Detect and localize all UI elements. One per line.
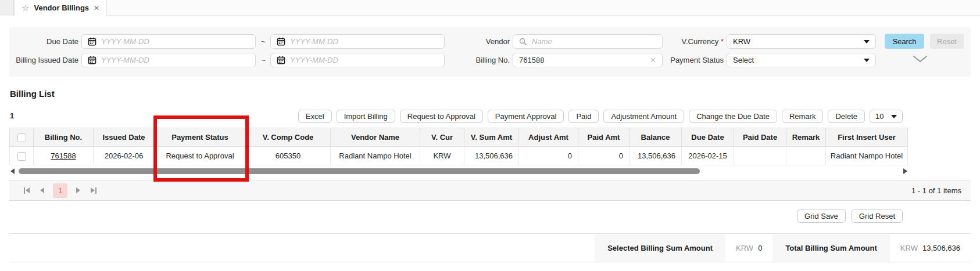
horizontal-scrollbar[interactable] (9, 167, 907, 176)
cell-paid-amt: 0 (578, 147, 630, 165)
select-all-checkbox[interactable] (17, 133, 26, 142)
billing-no-label: Billing No. (416, 53, 510, 67)
grid-save-button[interactable]: Grid Save (797, 209, 846, 223)
calendar-icon[interactable] (277, 56, 285, 64)
page-size-value: 10 (875, 112, 884, 121)
search-filter-panel: Due Date ~ Vendor V.Currency * KRW Searc… (9, 27, 971, 77)
col-header-billing-no[interactable]: Billing No. (34, 128, 94, 147)
total-sum-label: Total Billing Sum Amount (772, 234, 889, 262)
billing-issued-from-input[interactable] (81, 53, 256, 67)
v-currency-value: KRW (733, 37, 750, 46)
col-header-remark[interactable]: Remark (786, 128, 826, 147)
search-button[interactable]: Search (885, 34, 924, 49)
col-header-issued-date[interactable]: Issued Date (94, 128, 155, 147)
tab-title: Vendor Billings (34, 3, 89, 12)
calendar-icon[interactable] (277, 37, 285, 46)
pagination-range-text: 1 - 1 of 1 items (911, 186, 961, 195)
col-header-due-date[interactable]: Due Date (682, 128, 734, 147)
prev-page-button[interactable] (40, 187, 44, 193)
col-header-payment-status[interactable]: Payment Status (155, 128, 246, 147)
request-to-approval-button[interactable]: Request to Approval (400, 110, 483, 123)
caret-down-icon (891, 115, 897, 118)
paid-button[interactable]: Paid (568, 110, 599, 123)
first-page-button[interactable] (24, 187, 30, 194)
table-row[interactable]: 761588 2026-02-06 Request to Approval 60… (10, 147, 908, 165)
scroll-right-icon[interactable] (903, 168, 907, 174)
calendar-icon[interactable] (88, 37, 96, 46)
col-header-first-insert-user[interactable]: First Insert User (826, 128, 908, 147)
col-header-vendor-name[interactable]: Vendor Name (331, 128, 420, 147)
change-due-date-button[interactable]: Change the Due Date (689, 110, 777, 123)
col-header-paid-amt[interactable]: Paid Amt (578, 128, 630, 147)
remark-button[interactable]: Remark (782, 110, 824, 123)
delete-button[interactable]: Delete (828, 110, 865, 123)
cell-v-sum-amt: 13,506,636 (464, 147, 519, 165)
cell-paid-date (734, 147, 786, 165)
import-billing-button[interactable]: Import Billing (337, 110, 395, 123)
excel-button[interactable]: Excel (298, 110, 332, 123)
current-page[interactable]: 1 (53, 183, 67, 198)
cell-remark (786, 147, 826, 165)
page-size-select[interactable]: 10 (870, 110, 903, 123)
col-header-balance[interactable]: Balance (630, 128, 682, 147)
billing-summary-bar: Selected Billing Sum Amount KRW 0 Total … (9, 233, 971, 262)
total-sum-value: KRW 13,506,636 (890, 234, 971, 262)
payment-status-select[interactable]: Select (727, 53, 876, 67)
tab-bar: ☆ Vendor Billings ✕ (0, 0, 980, 16)
tab-vendor-billings[interactable]: ☆ Vendor Billings ✕ (14, 0, 107, 16)
grid-reset-button[interactable]: Grid Reset (852, 209, 903, 223)
adjustment-amount-button[interactable]: Adjustment Amount (603, 110, 684, 123)
due-date-label: Due Date (9, 34, 78, 49)
col-header-v-cur[interactable]: V. Cur (420, 128, 464, 147)
due-date-from-input[interactable] (81, 34, 256, 49)
billing-no-field[interactable] (519, 56, 645, 64)
col-header-v-comp-code[interactable]: V. Comp Code (246, 128, 331, 147)
record-count: 1 (10, 111, 14, 120)
vendor-label: Vendor (416, 34, 510, 49)
billing-list-title: Billing List (10, 89, 55, 99)
col-header-v-sum-amt[interactable]: V. Sum Amt (464, 128, 519, 147)
expand-filters-chevron-icon[interactable] (911, 55, 929, 63)
calendar-icon[interactable] (88, 56, 96, 64)
billing-issued-from-field[interactable] (101, 56, 249, 64)
caret-down-icon (864, 40, 870, 44)
selected-sum-value: KRW 0 (725, 234, 772, 262)
total-sum-currency: KRW (900, 244, 918, 252)
cell-due-date: 2026-02-15 (682, 147, 734, 165)
row-checkbox[interactable] (17, 152, 26, 161)
cell-adjust-amt: 0 (519, 147, 578, 165)
payment-approval-button[interactable]: Payment Approval (488, 110, 564, 123)
cell-payment-status: Request to Approval (155, 147, 246, 165)
favorite-star-icon[interactable]: ☆ (22, 3, 29, 12)
payment-status-value: Select (733, 56, 754, 64)
required-mark: * (721, 37, 724, 46)
cell-issued-date: 2026-02-06 (94, 147, 155, 165)
reset-button[interactable]: Reset (930, 34, 964, 49)
pagination-bar: 1 1 - 1 of 1 items (9, 180, 971, 201)
adjacent-tab-partial (0, 0, 14, 16)
grid-actions: Grid Save Grid Reset (797, 209, 903, 223)
next-page-button[interactable] (76, 187, 80, 193)
grid-toolbar: Excel Import Billing Request to Approval… (298, 110, 903, 123)
payment-status-label: Payment Status (631, 53, 724, 67)
col-header-select-all (10, 128, 34, 147)
due-date-from-field[interactable] (101, 37, 249, 46)
billing-no-link[interactable]: 761588 (51, 151, 76, 160)
v-currency-label: V.Currency * (631, 34, 724, 49)
tab-close-icon[interactable]: ✕ (94, 4, 99, 12)
col-header-paid-date[interactable]: Paid Date (734, 128, 786, 147)
cell-vendor-name: Radiant Nampo Hotel (331, 147, 420, 165)
col-header-adjust-amt[interactable]: Adjust Amt (519, 128, 578, 147)
selected-sum-label: Selected Billing Sum Amount (595, 234, 725, 262)
selected-sum-currency: KRW (736, 244, 753, 252)
date-range-separator: ~ (259, 53, 267, 67)
selected-sum-amount: 0 (758, 244, 762, 252)
last-page-button[interactable] (91, 187, 96, 194)
scroll-left-icon[interactable] (10, 168, 15, 174)
date-range-separator: ~ (259, 34, 267, 49)
billing-issued-date-label: Billing Issued Date (9, 53, 78, 67)
total-sum-amount: 13,506,636 (922, 244, 960, 252)
grid-header-row: Billing No. Issued Date Payment Status V… (10, 128, 908, 147)
v-currency-select[interactable]: KRW (727, 34, 876, 49)
scrollbar-thumb[interactable] (19, 168, 700, 174)
